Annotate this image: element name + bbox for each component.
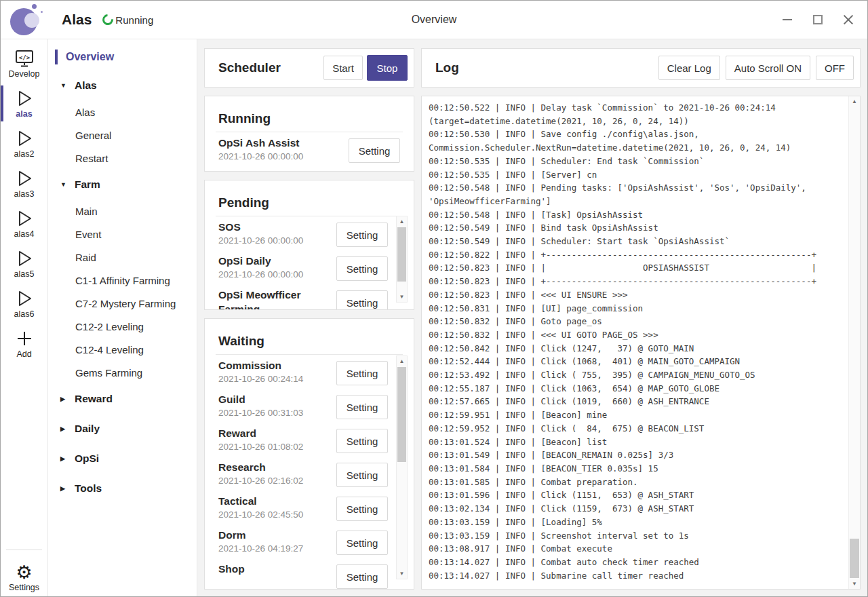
sidebar-group-farm[interactable]: ▼Farm: [48, 170, 197, 199]
status-text: Running: [115, 14, 153, 26]
running-title: Running: [205, 96, 414, 128]
minimize-icon: [783, 19, 792, 20]
task-next-run-time: 2021-10-26 00:00:00: [218, 269, 331, 280]
autoscroll-off-button[interactable]: OFF: [816, 56, 854, 80]
app-title: Alas: [62, 12, 92, 28]
setting-button[interactable]: Setting: [336, 429, 388, 453]
settings-label: Settings: [9, 583, 39, 592]
task-row-commission: Commission2021-10-26 00:24:14Setting: [205, 357, 414, 391]
waiting-title: Waiting: [205, 319, 414, 350]
task-info: Commission2021-10-26 00:24:14: [218, 358, 336, 391]
sidebar-group-daily[interactable]: ▶Daily: [48, 414, 197, 444]
rail-item-alas2[interactable]: alas2: [1, 123, 47, 163]
task-name: Shop: [218, 562, 331, 576]
log-line: 00:13:03.159 | INFO | Screenshot interva…: [429, 529, 846, 543]
setting-button[interactable]: Setting: [336, 290, 388, 310]
setting-button[interactable]: Setting: [336, 463, 388, 487]
gear-icon: ⚙: [16, 562, 32, 583]
task-info: Shop: [218, 562, 336, 590]
triangle-right-icon: ▶: [60, 425, 70, 432]
log-line: 00:12:50.549 | INFO | Scheduler: Start t…: [429, 235, 846, 248]
setting-button[interactable]: Setting: [336, 223, 388, 247]
sidebar-group-tools[interactable]: ▶Tools: [48, 474, 197, 503]
setting-button[interactable]: Setting: [336, 531, 388, 555]
log-line: 00:12:50.832 | INFO | <<< UI GOTO PAGE_O…: [429, 328, 846, 342]
scroll-down-icon[interactable]: ▼: [849, 579, 860, 589]
task-row-opsi-daily: OpSi Daily2021-10-26 00:00:00Setting: [205, 252, 414, 286]
scroll-up-icon[interactable]: ▲: [397, 356, 407, 366]
rail-item-alas6[interactable]: alas6: [1, 284, 47, 324]
minimize-button[interactable]: [772, 5, 802, 34]
setting-button[interactable]: Setting: [349, 138, 400, 163]
log-line: 00:12:50.530 | INFO | Save config ./conf…: [429, 128, 846, 141]
sidebar-item-raid[interactable]: Raid: [48, 246, 197, 269]
waiting-scrollbar[interactable]: ▲ ▼: [396, 355, 408, 579]
setting-button[interactable]: Setting: [336, 497, 388, 521]
task-next-run-time: 2021-10-26 00:31:03: [218, 408, 331, 418]
task-name: Research: [218, 460, 331, 474]
task-next-run-time: 2021-10-26 00:24:14: [218, 374, 331, 384]
setting-button[interactable]: Setting: [336, 395, 388, 419]
sidebar-group-opsi[interactable]: ▶OpSi: [48, 444, 197, 474]
pending-scrollbar[interactable]: ▲ ▼: [396, 216, 408, 303]
sidebar-group-alas[interactable]: ▼Alas: [48, 71, 197, 100]
log-line: 00:12:50.535 | INFO | [Server] cn: [429, 168, 846, 182]
scroll-down-icon[interactable]: ▼: [397, 569, 407, 579]
task-name: Dorm: [218, 528, 331, 542]
task-next-run-time: 2021-10-26 00:00:00: [218, 151, 343, 161]
task-next-run-time: 2021-10-26 02:16:02: [218, 476, 331, 486]
rail-item-alas4[interactable]: alas4: [1, 204, 47, 244]
sidebar-item-overview[interactable]: Overview: [48, 49, 197, 65]
rail-item-alas5[interactable]: alas5: [1, 244, 47, 284]
log-scrollbar[interactable]: ▲ ▼: [848, 96, 860, 589]
scroll-up-icon[interactable]: ▲: [397, 216, 407, 227]
scrollbar-thumb[interactable]: [850, 539, 859, 578]
triangle-right-icon: ▶: [60, 455, 70, 462]
alas-logo-icon: [9, 3, 44, 37]
rail-item-alas3[interactable]: alas3: [1, 163, 47, 204]
setting-button[interactable]: Setting: [336, 256, 388, 281]
sidebar-group-label: Reward: [75, 393, 113, 405]
task-info: Dorm2021-10-26 04:19:27: [218, 528, 336, 560]
sidebar-group-label: Farm: [75, 178, 100, 191]
sidebar-item-c12-4-leveling[interactable]: C12-4 Leveling: [48, 338, 197, 361]
task-row-guild: Guild2021-10-26 00:31:03Setting: [205, 391, 414, 425]
sidebar-item-event[interactable]: Event: [48, 223, 197, 246]
sidebar-item-gems-farming[interactable]: Gems Farming: [48, 361, 197, 384]
log-line: 00:12:50.535 | INFO | Scheduler: End tas…: [429, 155, 846, 168]
task-info: Research2021-10-26 02:16:02: [218, 460, 336, 493]
log-line: 00:12:52.444 | INFO | Click (1068, 401) …: [429, 355, 846, 368]
sidebar-item-restart[interactable]: Restart: [48, 147, 197, 170]
task-name: Tactical: [218, 494, 331, 508]
stop-button[interactable]: Stop: [367, 55, 408, 81]
task-info: Reward2021-10-26 01:08:02: [218, 426, 336, 459]
sidebar-item-main[interactable]: Main: [48, 199, 197, 223]
scrollbar-thumb[interactable]: [397, 367, 406, 462]
play-icon: [15, 288, 34, 309]
rail-item-add[interactable]: Add: [1, 324, 47, 364]
task-row-research: Research2021-10-26 02:16:02Setting: [205, 459, 414, 493]
scrollbar-thumb[interactable]: [397, 227, 406, 282]
log-line: 00:13:03.159 | INFO | [Loading] 5%: [429, 516, 846, 529]
rail-item-settings[interactable]: ⚙ Settings: [1, 562, 47, 592]
close-button[interactable]: [833, 5, 863, 34]
triangle-right-icon: ▶: [60, 485, 70, 492]
autoscroll-on-button[interactable]: Auto Scroll ON: [726, 56, 810, 80]
scroll-up-icon[interactable]: ▲: [849, 96, 860, 107]
rail-item-alas[interactable]: alas: [1, 83, 47, 123]
start-button[interactable]: Start: [323, 56, 363, 80]
sidebar-group-reward[interactable]: ▶Reward: [48, 384, 197, 414]
clear-log-button[interactable]: Clear Log: [658, 56, 720, 80]
sidebar-item-alas[interactable]: Alas: [48, 100, 197, 123]
log-line: 00:12:57.665 | INFO | Click (1019, 660) …: [429, 395, 846, 408]
setting-button[interactable]: Setting: [336, 564, 388, 589]
sidebar-item-general[interactable]: General: [48, 123, 197, 147]
rail-item-label: Develop: [9, 69, 40, 79]
rail-item-develop[interactable]: </>Develop: [1, 43, 47, 83]
scroll-down-icon[interactable]: ▼: [397, 292, 407, 302]
sidebar-item-c7-2-mystery-farming[interactable]: C7-2 Mystery Farming: [48, 292, 197, 315]
setting-button[interactable]: Setting: [336, 361, 388, 385]
sidebar-item-c1-1-affinity-farming[interactable]: C1-1 Affinity Farming: [48, 269, 197, 292]
sidebar-item-c12-2-leveling[interactable]: C12-2 Leveling: [48, 315, 197, 338]
maximize-button[interactable]: [802, 5, 833, 34]
